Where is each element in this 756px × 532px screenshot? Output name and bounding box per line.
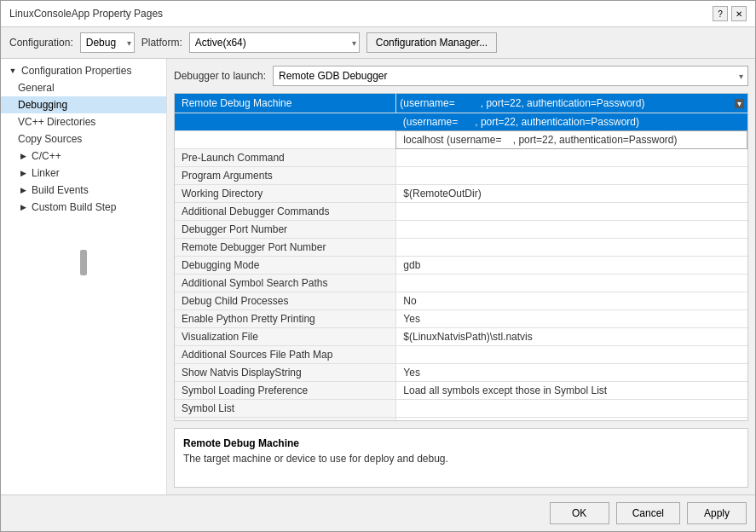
help-button[interactable]: ?	[713, 6, 728, 21]
prop-value	[396, 167, 747, 185]
prop-name: Program Arguments	[175, 167, 396, 185]
prop-name: Additional Debugger Commands	[175, 203, 396, 221]
expand-icon: ▶	[18, 151, 28, 161]
expand-icon: ▶	[18, 168, 28, 178]
sidebar-item-label: Linker	[32, 167, 60, 179]
title-bar-buttons: ? ✕	[713, 6, 747, 21]
prop-value	[396, 400, 747, 418]
prop-name	[175, 131, 396, 149]
cancel-button[interactable]: Cancel	[616, 502, 680, 524]
table-row[interactable]: Visualization File $(LinuxNatvisPath)\st…	[175, 328, 747, 346]
configuration-select-wrapper: Debug	[80, 32, 135, 53]
platform-select-wrapper: Active(x64)	[189, 32, 360, 53]
configuration-select[interactable]: Debug	[80, 32, 135, 53]
table-row[interactable]: AddressSanitizer Runtime Flags detect_le…	[175, 418, 747, 422]
sidebar-item-label: Debugging	[18, 99, 67, 111]
sidebar-item-label: VC++ Directories	[18, 116, 95, 128]
prop-value: $(RemoteOutDir)	[396, 185, 747, 203]
prop-name: Show Natvis DisplayString	[175, 364, 396, 382]
expand-icon: ▶	[18, 202, 28, 212]
table-row[interactable]: Pre-Launch Command	[175, 149, 747, 167]
prop-value	[396, 346, 747, 364]
table-row[interactable]: Working Directory $(RemoteOutDir)	[175, 185, 747, 203]
dropdown-arrow-icon[interactable]: ▾	[735, 99, 744, 108]
table-row[interactable]: Show Natvis DisplayString Yes	[175, 364, 747, 382]
sidebar-item-general[interactable]: General	[1, 79, 166, 96]
table-row[interactable]: Debugger Port Number	[175, 221, 747, 239]
apply-button[interactable]: Apply	[687, 502, 747, 524]
sidebar-item-vcpp[interactable]: VC++ Directories	[1, 113, 166, 130]
sidebar-item-label: C/C++	[32, 150, 61, 162]
configuration-label: Configuration:	[9, 37, 73, 49]
bottom-info-title: Remote Debug Machine	[183, 437, 739, 449]
scrollbar-thumb[interactable]	[80, 250, 87, 275]
table-row[interactable]: Debugging Mode gdb	[175, 257, 747, 275]
prop-value	[396, 149, 747, 167]
collapse-icon: ▼	[8, 66, 18, 76]
prop-value: (username= , port=22, authentication=Pas…	[396, 94, 747, 113]
table-row[interactable]: Additional Debugger Commands	[175, 203, 747, 221]
platform-label: Platform:	[141, 37, 182, 49]
platform-select[interactable]: Active(x64)	[189, 32, 360, 53]
prop-name: Remote Debugger Port Number	[175, 239, 396, 257]
table-row[interactable]: Remote Debugger Port Number	[175, 239, 747, 257]
sidebar-item-linker[interactable]: ▶ Linker	[1, 165, 166, 182]
close-button[interactable]: ✕	[731, 6, 747, 21]
prop-name: Enable Python Pretty Printing	[175, 310, 396, 328]
prop-value	[396, 275, 747, 292]
table-row[interactable]: Remote Debug Machine (username= , port=2…	[175, 94, 747, 113]
prop-name: Debugger Port Number	[175, 221, 396, 239]
sidebar-item-label: Build Events	[32, 184, 89, 196]
ok-button[interactable]: OK	[550, 502, 609, 524]
configuration-manager-button[interactable]: Configuration Manager...	[366, 32, 497, 53]
table-row[interactable]: Enable Python Pretty Printing Yes	[175, 310, 747, 328]
dropdown-option-selected[interactable]: (username= , port=22, authentication=Pas…	[396, 113, 747, 131]
prop-name	[175, 113, 396, 131]
property-pages-dialog: LinuxConsoleApp Property Pages ? ✕ Confi…	[0, 0, 756, 532]
prop-name: Symbol List	[175, 400, 396, 418]
table-row[interactable]: Additional Sources File Path Map	[175, 346, 747, 364]
sidebar-item-label: General	[18, 82, 55, 94]
dialog-footer: OK Cancel Apply	[1, 494, 755, 531]
dropdown-option[interactable]: localhost (username= , port=22, authenti…	[396, 131, 747, 149]
sidebar-item-cpp[interactable]: ▶ C/C++	[1, 147, 166, 165]
dialog-title: LinuxConsoleApp Property Pages	[9, 8, 163, 20]
sidebar-item-build-events[interactable]: ▶ Build Events	[1, 182, 166, 199]
prop-name: Debugging Mode	[175, 257, 396, 275]
bottom-info-description: The target machine or device to use for …	[183, 453, 739, 465]
table-row[interactable]: localhost (username= , port=22, authenti…	[175, 131, 747, 149]
prop-name: Visualization File	[175, 328, 396, 346]
right-panel: Debugger to launch: Remote GDB Debugger …	[167, 59, 755, 494]
sidebar-item-label: Custom Build Step	[32, 201, 116, 213]
sidebar-item-label: Configuration Properties	[21, 65, 131, 77]
props-table: Remote Debug Machine (username= , port=2…	[174, 93, 748, 421]
prop-name: Additional Sources File Path Map	[175, 346, 396, 364]
sidebar-item-copy-sources[interactable]: Copy Sources	[1, 130, 166, 147]
title-bar: LinuxConsoleApp Property Pages ? ✕	[1, 1, 755, 27]
prop-name: Additional Symbol Search Paths	[175, 275, 396, 292]
sidebar-item-debugging[interactable]: Debugging	[1, 96, 166, 113]
table-row[interactable]: Program Arguments	[175, 167, 747, 185]
sidebar-item-config-props[interactable]: ▼ Configuration Properties	[1, 62, 166, 79]
prop-name: Remote Debug Machine	[175, 94, 396, 113]
table-row[interactable]: (username= , port=22, authentication=Pas…	[175, 113, 747, 131]
sidebar-item-custom-build[interactable]: ▶ Custom Build Step	[1, 199, 166, 216]
prop-value	[396, 203, 747, 221]
table-row[interactable]: Symbol Loading Preference Load all symbo…	[175, 382, 747, 400]
prop-name: Working Directory	[175, 185, 396, 203]
debugger-launch-label: Debugger to launch:	[174, 70, 266, 82]
main-content: ▼ Configuration Properties General Debug…	[1, 59, 755, 494]
table-row[interactable]: Additional Symbol Search Paths	[175, 275, 747, 292]
prop-value: Load all symbols except those in Symbol …	[396, 382, 747, 400]
prop-value: gdb	[396, 257, 747, 275]
expand-icon: ▶	[18, 185, 28, 195]
debugger-row: Debugger to launch: Remote GDB Debugger	[174, 66, 748, 86]
prop-value: $(LinuxNatvisPath)\stl.natvis	[396, 328, 747, 346]
prop-name: Pre-Launch Command	[175, 149, 396, 167]
config-bar: Configuration: Debug Platform: Active(x6…	[1, 27, 755, 59]
table-row[interactable]: Symbol List	[175, 400, 747, 418]
debugger-select[interactable]: Remote GDB Debugger	[273, 66, 748, 86]
sidebar: ▼ Configuration Properties General Debug…	[1, 59, 167, 494]
table-row[interactable]: Debug Child Processes No	[175, 292, 747, 310]
debugger-select-wrapper: Remote GDB Debugger	[273, 66, 748, 86]
